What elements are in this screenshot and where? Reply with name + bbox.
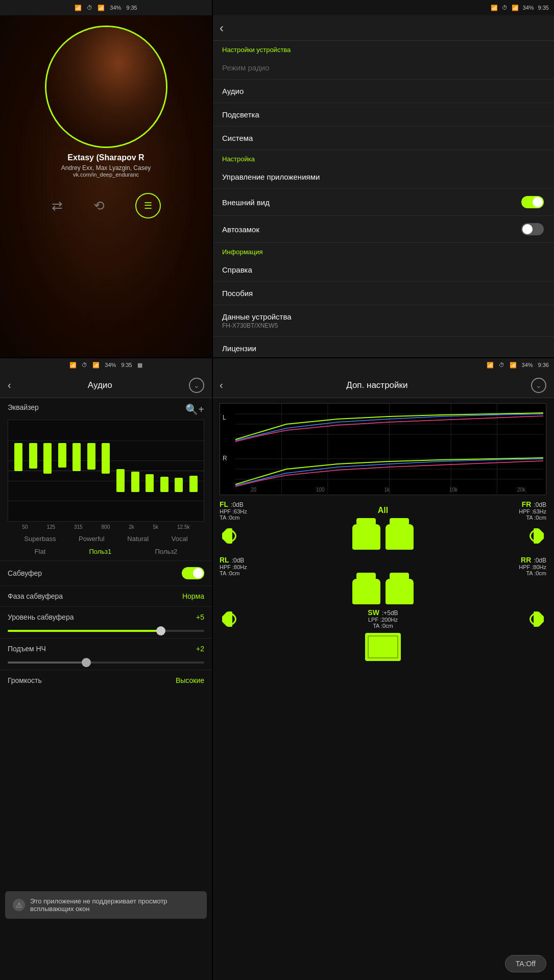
vertical-divider [212,0,213,980]
menu-item-autolock[interactable]: Автозамок [212,216,554,243]
fl-fr-row: FL :0dB HPF :63Hz TA :0cm All FR :0dB HP… [220,500,546,521]
eq-band-5[interactable] [73,428,81,513]
front-speaker-row [220,523,546,551]
eq-band-1[interactable] [14,428,22,513]
album-art-container [0,26,212,148]
shuffle-button[interactable]: ⇄ [52,198,63,214]
preset-powerful[interactable]: Powerful [79,535,105,543]
audio-signal-icon: 📶 [92,362,100,369]
sw-info[interactable]: SW :+5dB LPF :200Hz TA :0cm [368,608,398,629]
channel-l-graph [235,404,543,449]
menu-item-radio[interactable]: Режим радио [212,56,554,80]
rl-db: :0dB [232,557,245,564]
eq-band-10[interactable] [146,428,154,513]
eq-zoom-button[interactable]: 🔍+ [185,403,204,415]
front-right-seat [386,524,414,550]
speaker-layout: FL :0dB HPF :63Hz TA :0cm All FR :0dB HP… [212,495,554,671]
appearance-toggle[interactable] [521,196,544,208]
eq-band-9[interactable] [131,428,139,513]
subwoofer-toggle[interactable] [182,567,204,579]
bass-boost-slider-fill [8,662,86,664]
audio-alarm-icon: ⏱ [82,362,87,368]
subwoofer-icon[interactable] [365,633,401,661]
eq-band-8[interactable] [116,428,125,513]
subwoofer-level-value: +5 [196,613,204,621]
eq-band-3[interactable] [43,428,52,513]
fr-speaker-icon[interactable] [526,523,546,551]
fr-info[interactable]: FR :0dB HPF :63Hz TA :0cm [519,500,546,521]
fl-speaker-icon[interactable] [220,523,240,551]
freq-graph: L R [212,398,554,495]
fl-info[interactable]: FL :0dB HPF :63Hz TA :0cm [220,500,247,521]
rl-info[interactable]: RL :0dB HPF :80Hz TA :0cm [220,556,247,576]
all-center[interactable]: All [378,500,388,521]
preset-user2[interactable]: Польз2 [155,548,178,555]
all-label: All [378,506,388,515]
menu-item-appearance[interactable]: Внешний вид [212,189,554,216]
bass-boost-slider-thumb[interactable] [82,658,91,667]
audio-panel: 📶 ⏱ 📶 34% 9:35 ▦ ‹ Аудио ⌄ Эквайзер 🔍+ [0,357,212,980]
eq-band-6[interactable] [87,428,95,513]
toast-text: Это приложение не поддерживает просмотр … [30,897,199,913]
front-seats [352,524,414,550]
ta-off-button[interactable]: TA:Off [505,955,546,972]
svg-rect-17 [227,528,232,544]
menu-item-licenses[interactable]: Лицензии [212,337,554,357]
menu-item-audio[interactable]: Аудио [212,80,554,103]
preset-vocal[interactable]: Vocal [172,535,188,543]
eq-band-13[interactable] [189,428,198,513]
subwoofer-phase-value: Норма [182,592,204,600]
freq-125: 125 [46,524,55,530]
addl-dropdown-button[interactable]: ⌄ [531,378,546,393]
settings-bt-icon: 📶 [491,5,498,11]
menu-button[interactable]: ☰ [135,193,161,218]
sw-db: :+5dB [382,609,398,617]
eq-bar-9 [131,472,139,492]
menu-item-system[interactable]: Система [212,127,554,150]
sw-ta: TA :0cm [368,623,398,629]
repeat-button[interactable]: ⟲ [93,198,105,214]
autolock-label: Автозамок [222,225,259,234]
eq-band-7[interactable] [102,428,110,513]
rr-speaker-icon[interactable] [526,606,546,634]
preset-flat[interactable]: Flat [35,548,46,555]
audio-dropdown-button[interactable]: ⌄ [189,378,204,393]
addl-status-bar: 📶 ⏱ 📶 34% 9:36 [212,357,554,373]
eq-band-2[interactable] [29,428,37,513]
menu-item-backlight[interactable]: Подсветка [212,103,554,127]
licenses-label: Лицензии [222,344,256,353]
horizontal-divider [0,357,554,358]
menu-item-appmgmt[interactable]: Управление приложениями [212,165,554,189]
eq-band-11[interactable] [160,428,168,513]
menu-item-device-data[interactable]: Данные устройства FH-X730BT/XNEW5 [212,305,554,337]
back-button[interactable]: ‹ [220,21,224,35]
subwoofer-slider-thumb[interactable] [156,626,165,635]
preset-user1[interactable]: Польз1 [89,548,111,555]
subwoofer-phase-row[interactable]: Фаза сабвуфера Норма [0,585,212,606]
eq-band-12[interactable] [175,428,183,513]
settings-time: 9:35 [538,5,549,11]
volume-row[interactable]: Громкость Высокие [0,670,212,691]
menu-item-help[interactable]: Справка [212,258,554,282]
device-data-sub: FH-X730BT/XNEW5 [222,322,292,329]
eq-bar-5 [73,443,81,471]
autolock-toggle[interactable] [521,223,544,235]
audio-status-bar: 📶 ⏱ 📶 34% 9:35 ▦ [0,357,212,373]
eq-band-4[interactable] [58,428,66,513]
bass-boost-slider-container [0,659,212,670]
eq-freq-labels: 50 125 315 800 2k 5k 12.5k [8,522,204,532]
rl-speaker-icon[interactable] [220,606,240,634]
preset-superbass[interactable]: Superbass [24,535,56,543]
menu-item-manual[interactable]: Пособия [212,282,554,305]
fr-ta: TA :0cm [519,514,546,521]
eq-bar-8 [116,469,125,492]
appearance-label: Внешний вид [222,198,270,207]
freq-label-10k: 10k [449,487,457,493]
addl-battery: 34% [522,362,533,368]
preset-natural[interactable]: Natural [127,535,149,543]
addl-back-button[interactable]: ‹ [220,379,223,391]
device-data-label: Данные устройства [222,312,292,321]
audio-back-button[interactable]: ‹ [8,379,11,391]
system-label: Система [222,134,253,142]
rr-info[interactable]: RR :0dB HPF :80Hz TA :0cm [519,556,546,576]
